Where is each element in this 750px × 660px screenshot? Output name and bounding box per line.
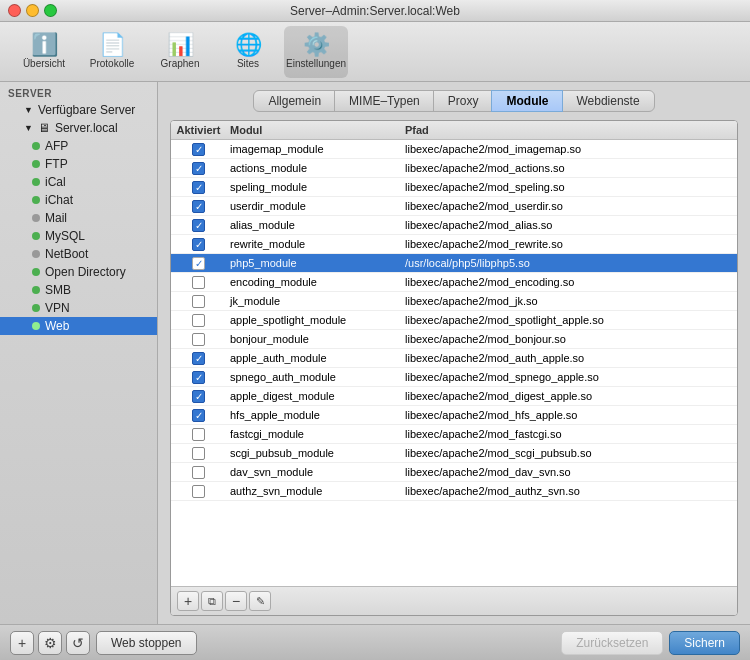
th-aktiviert: Aktiviert — [171, 124, 226, 136]
dup-module-button[interactable]: ⧉ — [201, 591, 223, 611]
table-row[interactable]: ✓php5_module/usr/local/php5/libphp5.so — [171, 254, 737, 273]
table-cell-check: ✓ — [171, 352, 226, 365]
module-checkbox[interactable]: ✓ — [192, 162, 205, 175]
status-dot-ftp — [32, 160, 40, 168]
sidebar-item-ical[interactable]: iCal — [0, 173, 157, 191]
status-dot-open-directory — [32, 268, 40, 276]
toolbar-protokolle[interactable]: 📄 Protokolle — [80, 26, 144, 78]
table-row[interactable]: ✓alias_modulelibexec/apache2/mod_alias.s… — [171, 216, 737, 235]
table-row[interactable]: fastcgi_modulelibexec/apache2/mod_fastcg… — [171, 425, 737, 444]
table-row[interactable]: apple_spotlight_modulelibexec/apache2/mo… — [171, 311, 737, 330]
table-cell-modul: fastcgi_module — [226, 428, 401, 440]
edit-module-button[interactable]: ✎ — [249, 591, 271, 611]
module-checkbox[interactable] — [192, 466, 205, 479]
uebersicht-label: Übersicht — [23, 58, 65, 69]
module-checkbox[interactable] — [192, 428, 205, 441]
table-row[interactable]: scgi_pubsub_modulelibexec/apache2/mod_sc… — [171, 444, 737, 463]
table-cell-pfad: libexec/apache2/mod_spnego_apple.so — [401, 371, 737, 383]
main-content: Allgemein MIME–Typen Proxy Module Webdie… — [158, 82, 750, 624]
web-stoppen-button[interactable]: Web stoppen — [96, 631, 197, 655]
table-row[interactable]: ✓hfs_apple_modulelibexec/apache2/mod_hfs… — [171, 406, 737, 425]
settings-button[interactable]: ⚙ — [38, 631, 62, 655]
einstellungen-label: Einstellungen — [286, 58, 346, 69]
table-row[interactable]: ✓apple_auth_modulelibexec/apache2/mod_au… — [171, 349, 737, 368]
tab-webdienste[interactable]: Webdienste — [561, 90, 654, 112]
toolbar-einstellungen[interactable]: ⚙️ Einstellungen — [284, 26, 348, 78]
table-row[interactable]: bonjour_modulelibexec/apache2/mod_bonjou… — [171, 330, 737, 349]
sidebar-server-local-label: Server.local — [55, 121, 118, 135]
sidebar-item-ichat[interactable]: iChat — [0, 191, 157, 209]
tab-allgemein[interactable]: Allgemein — [253, 90, 336, 112]
sidebar-item-mail[interactable]: Mail — [0, 209, 157, 227]
module-checkbox[interactable]: ✓ — [192, 238, 205, 251]
tab-mime-typen[interactable]: MIME–Typen — [334, 90, 435, 112]
table-row[interactable]: ✓apple_digest_modulelibexec/apache2/mod_… — [171, 387, 737, 406]
table-cell-pfad: libexec/apache2/mod_speling.so — [401, 181, 737, 193]
status-dot-mail — [32, 214, 40, 222]
sidebar-item-afp[interactable]: AFP — [0, 137, 157, 155]
module-checkbox[interactable] — [192, 295, 205, 308]
module-checkbox[interactable]: ✓ — [192, 219, 205, 232]
refresh-button[interactable]: ↺ — [66, 631, 90, 655]
remove-module-button[interactable]: − — [225, 591, 247, 611]
table-row[interactable]: jk_modulelibexec/apache2/mod_jk.so — [171, 292, 737, 311]
sidebar-item-smb[interactable]: SMB — [0, 281, 157, 299]
close-button[interactable] — [8, 4, 21, 17]
table-cell-pfad: libexec/apache2/mod_encoding.so — [401, 276, 737, 288]
module-checkbox[interactable] — [192, 276, 205, 289]
sidebar-item-mysql[interactable]: MySQL — [0, 227, 157, 245]
table-row[interactable]: encoding_modulelibexec/apache2/mod_encod… — [171, 273, 737, 292]
module-checkbox[interactable] — [192, 333, 205, 346]
table-row[interactable]: authz_svn_modulelibexec/apache2/mod_auth… — [171, 482, 737, 501]
table-row[interactable]: ✓speling_modulelibexec/apache2/mod_speli… — [171, 178, 737, 197]
sidebar-item-netboot[interactable]: NetBoot — [0, 245, 157, 263]
table-cell-check: ✓ — [171, 257, 226, 270]
table-row[interactable]: ✓userdir_modulelibexec/apache2/mod_userd… — [171, 197, 737, 216]
add-server-button[interactable]: + — [10, 631, 34, 655]
table-body[interactable]: ✓imagemap_modulelibexec/apache2/mod_imag… — [171, 140, 737, 586]
module-checkbox[interactable]: ✓ — [192, 143, 205, 156]
table-cell-pfad: libexec/apache2/mod_fastcgi.so — [401, 428, 737, 440]
module-checkbox[interactable] — [192, 314, 205, 327]
module-checkbox[interactable]: ✓ — [192, 352, 205, 365]
sidebar-item-ftp[interactable]: FTP — [0, 155, 157, 173]
table-cell-pfad: libexec/apache2/mod_bonjour.so — [401, 333, 737, 345]
module-checkbox[interactable]: ✓ — [192, 409, 205, 422]
sidebar-item-verfuegbare-server[interactable]: ▼ Verfügbare Server — [0, 101, 157, 119]
tab-proxy[interactable]: Proxy — [433, 90, 494, 112]
table-row[interactable]: ✓rewrite_modulelibexec/apache2/mod_rewri… — [171, 235, 737, 254]
module-checkbox[interactable]: ✓ — [192, 181, 205, 194]
minimize-button[interactable] — [26, 4, 39, 17]
table-row[interactable]: ✓actions_modulelibexec/apache2/mod_actio… — [171, 159, 737, 178]
sidebar-item-server-local[interactable]: ▼ 🖥 Server.local — [0, 119, 157, 137]
table-row[interactable]: ✓spnego_auth_modulelibexec/apache2/mod_s… — [171, 368, 737, 387]
module-checkbox[interactable]: ✓ — [192, 371, 205, 384]
sidebar-verfuegbare-server-label: Verfügbare Server — [38, 103, 135, 117]
add-module-button[interactable]: + — [177, 591, 199, 611]
maximize-button[interactable] — [44, 4, 57, 17]
module-checkbox[interactable]: ✓ — [192, 200, 205, 213]
table-cell-modul: scgi_pubsub_module — [226, 447, 401, 459]
toolbar-uebersicht[interactable]: ℹ️ Übersicht — [12, 26, 76, 78]
sidebar-item-open-directory[interactable]: Open Directory — [0, 263, 157, 281]
sichern-button[interactable]: Sichern — [669, 631, 740, 655]
table-row[interactable]: ✓imagemap_modulelibexec/apache2/mod_imag… — [171, 140, 737, 159]
sidebar-item-web[interactable]: Web — [0, 317, 157, 335]
toolbar-sites[interactable]: 🌐 Sites — [216, 26, 280, 78]
zuruecksetzen-button[interactable]: Zurücksetzen — [561, 631, 663, 655]
module-checkbox[interactable]: ✓ — [192, 257, 205, 270]
module-checkbox[interactable]: ✓ — [192, 390, 205, 403]
module-checkbox[interactable] — [192, 447, 205, 460]
table-cell-check: ✓ — [171, 200, 226, 213]
table-cell-modul: imagemap_module — [226, 143, 401, 155]
th-modul: Modul — [226, 124, 401, 136]
table-cell-check — [171, 276, 226, 289]
toolbar-graphen[interactable]: 📊 Graphen — [148, 26, 212, 78]
sidebar-mail-label: Mail — [45, 211, 67, 225]
table-cell-modul: spnego_auth_module — [226, 371, 401, 383]
table-cell-check — [171, 295, 226, 308]
module-checkbox[interactable] — [192, 485, 205, 498]
table-row[interactable]: dav_svn_modulelibexec/apache2/mod_dav_sv… — [171, 463, 737, 482]
sidebar-item-vpn[interactable]: VPN — [0, 299, 157, 317]
tab-module[interactable]: Module — [491, 90, 563, 112]
